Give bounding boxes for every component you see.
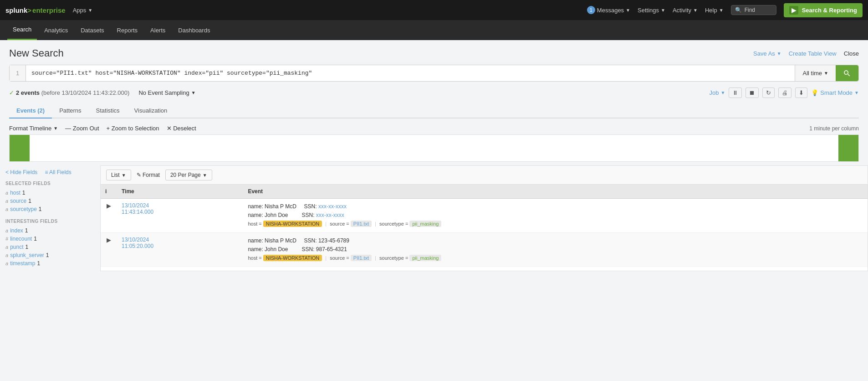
field-count-timestamp: 1 (37, 260, 40, 267)
timeline-chart[interactable] (9, 134, 859, 162)
event-sampling-button[interactable]: No Event Sampling ▼ (135, 88, 199, 98)
job-button[interactable]: Job ▼ (709, 89, 725, 96)
hide-fields-button[interactable]: < Hide Fields (5, 169, 37, 175)
logo-splunk: splunk> (5, 6, 31, 14)
all-fields-label: ≡ All Fields (45, 169, 71, 175)
tab-visualization-label: Visualization (134, 107, 168, 114)
activity-chevron-icon: ▼ (693, 8, 698, 13)
nav-alerts[interactable]: Alerts (145, 20, 171, 40)
format-label: ✎ Format (137, 172, 160, 178)
interesting-field-linecount[interactable]: # linecount 1 (5, 235, 95, 243)
selected-field-source[interactable]: a source 1 (5, 197, 95, 205)
nav-analytics[interactable]: Analytics (39, 20, 73, 40)
zoom-selection-button[interactable]: + Zoom to Selection (107, 125, 159, 132)
field-count-sourcetype: 1 (39, 206, 42, 212)
row1-source-tag[interactable]: PII1.txt (351, 221, 372, 227)
interesting-field-timestamp[interactable]: a timestamp 1 (5, 259, 95, 268)
apps-menu[interactable]: Apps ▼ (73, 7, 93, 14)
search-reporting-label: Search & Reporting (802, 7, 857, 14)
nav-search-label: Search (13, 26, 31, 33)
timeline-bar-end (838, 135, 858, 161)
second-navigation: Search Analytics Datasets Reports Alerts… (0, 20, 868, 40)
smart-mode-button[interactable]: 💡 Smart Mode ▼ (811, 89, 859, 96)
nav-reports[interactable]: Reports (112, 20, 143, 40)
row2-host-tag[interactable]: NISHA-WORKSTATION (263, 255, 322, 261)
search-bar: 1 All time ▼ (9, 65, 859, 82)
help-menu[interactable]: Help ▼ (705, 7, 724, 14)
table-row: ▶ 13/10/202411:43:14.000 name: Nisha P M… (101, 199, 868, 233)
event-sampling-chevron-icon: ▼ (191, 90, 196, 95)
find-input[interactable]: 🔍 Find (731, 5, 776, 15)
row1-host-tag[interactable]: NISHA-WORKSTATION (263, 221, 322, 227)
page-actions: Save As ▼ Create Table View Close (753, 50, 859, 57)
format-timeline-button[interactable]: Format Timeline ▼ (9, 125, 58, 132)
all-fields-button[interactable]: ≡ All Fields (45, 169, 71, 175)
messages-menu[interactable]: 1 Messages ▼ (587, 6, 630, 14)
field-name-punct: punct (10, 244, 23, 250)
field-name-linecount: linecount (10, 236, 32, 242)
col-time: Time (117, 185, 243, 199)
settings-menu[interactable]: Settings ▼ (638, 7, 665, 14)
selected-field-sourcetype[interactable]: a sourcetype 1 (5, 205, 95, 213)
deselect-button[interactable]: ✕ Deselect (167, 125, 196, 132)
field-count-linecount: 1 (34, 236, 37, 242)
zoom-selection-label: + Zoom to Selection (107, 125, 159, 132)
selected-fields-title: SELECTED FIELDS (5, 181, 95, 186)
nav-dashboards[interactable]: Dashboards (173, 20, 215, 40)
per-page-button[interactable]: 20 Per Page ▼ (165, 170, 212, 180)
zoom-out-button[interactable]: — Zoom Out (65, 125, 99, 132)
tab-statistics-label: Statistics (96, 107, 120, 114)
row2-event-line1: name: Nisha P McD SSN: 123-45-6789 (248, 237, 863, 245)
interesting-field-index[interactable]: a index 1 (5, 227, 95, 235)
row2-ssn2: 987-65-4321 (316, 246, 347, 252)
search-reporting-button[interactable]: ▶ Search & Reporting (784, 3, 863, 17)
list-button[interactable]: List ▼ (106, 170, 131, 180)
tab-statistics[interactable]: Statistics (89, 103, 127, 118)
help-label: Help (705, 7, 717, 14)
search-line-number: 1 (10, 65, 26, 81)
create-table-view-button[interactable]: Create Table View (789, 50, 837, 57)
pause-button[interactable]: ⏸ (729, 88, 742, 98)
field-count-punct: 1 (25, 244, 28, 250)
per-page-chevron-icon: ▼ (203, 173, 207, 178)
selected-field-host[interactable]: a host 1 (5, 189, 95, 197)
apps-chevron-icon: ▼ (88, 8, 92, 13)
download-button[interactable]: ⬇ (795, 88, 807, 98)
refresh-icon: ↻ (766, 89, 771, 96)
settings-label: Settings (638, 7, 659, 14)
refresh-button[interactable]: ↻ (762, 88, 775, 98)
stop-button[interactable]: ⏹ (745, 88, 759, 98)
activity-menu[interactable]: Activity ▼ (673, 7, 698, 14)
row1-expand-button[interactable]: ▶ (107, 202, 111, 209)
time-range-button[interactable]: All time ▼ (795, 65, 836, 81)
format-button[interactable]: ✎ Format (137, 172, 160, 178)
tab-events[interactable]: Events (2) (9, 103, 52, 118)
nav-datasets-label: Datasets (81, 27, 104, 34)
list-label: List (111, 172, 120, 178)
events-table: i Time Event ▶ 13/10/202411:43:14.000 na… (101, 185, 868, 267)
print-button[interactable]: 🖨 (778, 88, 791, 98)
row1-sourcetype-tag[interactable]: pii_masking (409, 221, 441, 227)
tab-visualization[interactable]: Visualization (127, 103, 175, 118)
row1-ssn2: xxx-xx-xxxx (316, 212, 344, 218)
nav-datasets[interactable]: Datasets (75, 20, 109, 40)
row2-source-tag[interactable]: PII1.txt (351, 255, 372, 261)
interesting-field-splunk-server[interactable]: a splunk_server 1 (5, 251, 95, 259)
row2-sourcetype-tag[interactable]: pii_masking (409, 255, 441, 261)
nav-search[interactable]: Search (7, 20, 37, 40)
save-as-button[interactable]: Save As ▼ (753, 50, 781, 57)
close-button[interactable]: Close (844, 50, 859, 57)
row2-expand-button[interactable]: ▶ (107, 237, 111, 243)
search-input[interactable] (26, 65, 795, 81)
row2-event-line2: name: John Doe SSN: 987-65-4321 (248, 245, 863, 254)
row1-event-line2: name: John Doe SSN: xxx-xx-xxxx (248, 211, 863, 220)
field-name-splunk-server: splunk_server (10, 252, 44, 258)
tab-patterns[interactable]: Patterns (52, 103, 88, 118)
table-area: List ▼ ✎ Format 20 Per Page ▼ i Time Eve… (100, 165, 868, 271)
results-area: < Hide Fields ≡ All Fields SELECTED FIEL… (0, 165, 868, 271)
execute-search-button[interactable] (836, 65, 858, 81)
field-count-index: 1 (25, 227, 28, 234)
interesting-field-punct[interactable]: a punct 1 (5, 243, 95, 251)
print-icon: 🖨 (782, 89, 788, 96)
table-row: ▶ 13/10/202411:05:20.000 name: Nisha P M… (101, 232, 868, 267)
